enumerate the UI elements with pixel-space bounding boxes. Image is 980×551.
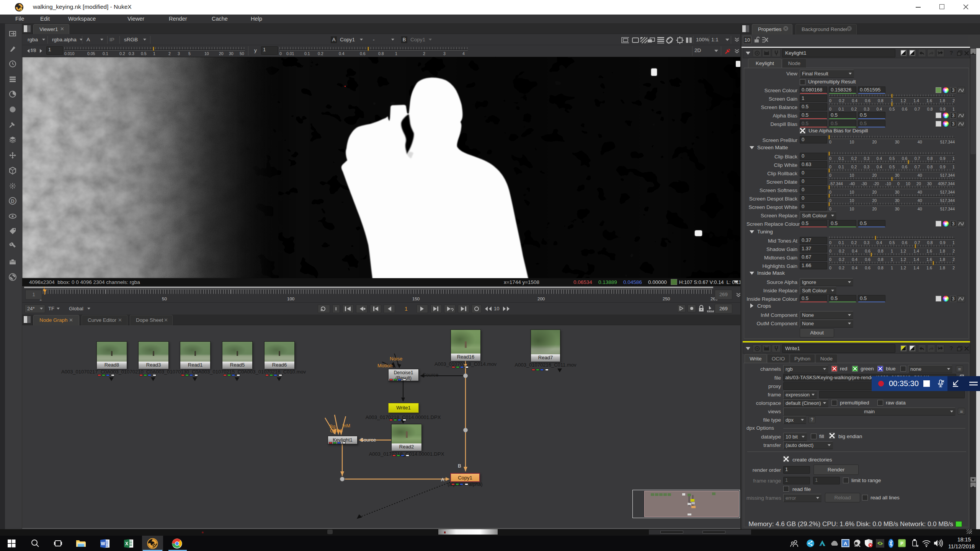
svg-text:A: A [844,541,848,546]
svg-text:W: W [101,541,105,546]
svg-text:x: x [20,8,21,11]
svg-text:P: P [900,541,903,546]
svg-text:D: D [11,198,14,204]
svg-text:X: X [125,541,128,546]
